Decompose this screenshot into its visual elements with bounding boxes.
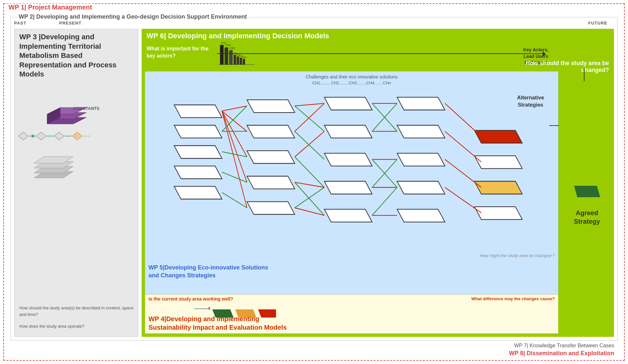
constants-label: CONSTANTS bbox=[73, 106, 99, 111]
wp6-question: What is important for the key actors? bbox=[147, 45, 212, 60]
alt-strategies-label: Alternative Strategies bbox=[504, 94, 557, 109]
wp5-how-might: How might the study area be changed ? bbox=[480, 253, 555, 258]
svg-rect-27 bbox=[240, 58, 242, 64]
svg-marker-34 bbox=[174, 146, 222, 158]
svg-marker-35 bbox=[174, 166, 222, 179]
svg-line-71 bbox=[445, 103, 481, 136]
svg-marker-42 bbox=[324, 97, 372, 110]
wp4-arrowhead bbox=[207, 306, 210, 310]
svg-marker-46 bbox=[324, 209, 372, 222]
wp6-panel: WP 6| Developing and Implementing Decisi… bbox=[142, 29, 614, 337]
svg-marker-48 bbox=[397, 125, 445, 138]
wp3-text2: How does the study area operate? bbox=[19, 323, 135, 330]
svg-marker-49 bbox=[397, 153, 445, 166]
svg-marker-44 bbox=[324, 153, 372, 166]
gray-sheets bbox=[31, 150, 70, 180]
purple-layers bbox=[41, 98, 73, 124]
svg-marker-39 bbox=[247, 151, 295, 164]
wp4-panel: Is the current study area working well? bbox=[145, 294, 558, 334]
svg-line-73 bbox=[445, 159, 481, 187]
svg-rect-22 bbox=[229, 50, 233, 64]
bar-chart: CH1 CH2 CH3 CH3 CH4 CH4 CHN bbox=[218, 43, 258, 70]
svg-marker-53 bbox=[475, 156, 522, 168]
wp3-title: WP 3 |Developing and Implementing Territ… bbox=[19, 32, 135, 79]
svg-rect-29 bbox=[243, 59, 245, 65]
svg-marker-9 bbox=[54, 132, 64, 140]
svg-marker-47 bbox=[397, 97, 445, 110]
wp4-what-diff: What difference may the changes cause? bbox=[471, 296, 555, 301]
future-label: FUTURE bbox=[588, 21, 607, 26]
wp1-label: WP 1| Project Management bbox=[7, 4, 93, 11]
wp4-arrow bbox=[194, 308, 207, 309]
svg-marker-32 bbox=[174, 105, 222, 118]
svg-marker-51 bbox=[397, 209, 445, 222]
wp5-panel: Challenges and their eco innovative solu… bbox=[145, 71, 558, 294]
wp2-container: WP 2| Developing and Implementing a Geo-… bbox=[10, 17, 618, 340]
svg-marker-37 bbox=[247, 100, 295, 113]
wp3-bottom-text: How should the study area(s) be describe… bbox=[19, 305, 135, 330]
svg-marker-40 bbox=[247, 176, 295, 189]
svg-marker-33 bbox=[174, 125, 222, 138]
svg-line-77 bbox=[222, 152, 247, 157]
svg-marker-55 bbox=[475, 207, 522, 219]
svg-line-59 bbox=[222, 111, 247, 182]
wp3-text1: How should the study area(s) be describe… bbox=[19, 305, 135, 319]
svg-line-89 bbox=[372, 187, 397, 216]
wp5-title: WP 5|Developing Eco-innovative Solutions… bbox=[148, 264, 268, 279]
svg-rect-18 bbox=[220, 45, 224, 65]
wp2-label: WP 2| Developing and Implementing a Geo-… bbox=[17, 13, 248, 20]
wp4-title: WP 4|Developing and Implementing Sustain… bbox=[148, 315, 287, 332]
svg-line-74 bbox=[445, 187, 481, 213]
svg-rect-25 bbox=[236, 57, 239, 65]
svg-line-65 bbox=[295, 208, 324, 215]
network-area bbox=[147, 90, 556, 268]
svg-line-58 bbox=[222, 111, 247, 157]
svg-marker-54 bbox=[475, 181, 522, 194]
svg-rect-20 bbox=[224, 47, 228, 65]
svg-text:CH3: CH3 bbox=[230, 46, 235, 50]
svg-marker-5 bbox=[18, 132, 28, 140]
arrow-right-from-bars bbox=[217, 53, 545, 54]
agreed-arrow bbox=[549, 125, 559, 126]
svg-line-72 bbox=[445, 131, 481, 162]
wp8-label: WP 8| Dissemination and Exploitation bbox=[509, 350, 614, 357]
diamonds-row bbox=[18, 130, 136, 142]
svg-marker-43 bbox=[324, 125, 372, 138]
svg-marker-45 bbox=[324, 181, 372, 194]
agreed-strategy-label: Agreed Strategy bbox=[574, 209, 600, 226]
wp5-challenge-label: Challenges and their eco innovative solu… bbox=[306, 74, 398, 79]
wp4-question: Is the current study area working well? bbox=[148, 296, 233, 302]
svg-line-78 bbox=[222, 172, 247, 182]
svg-marker-93 bbox=[574, 186, 600, 197]
wp7-label: WP 7| Knowledge Transfer Between Cases bbox=[514, 343, 614, 349]
svg-rect-23 bbox=[234, 55, 236, 65]
svg-line-60 bbox=[222, 111, 247, 208]
present-label: PRESENT bbox=[59, 21, 81, 26]
time-labels: PAST PRESENT bbox=[14, 21, 81, 26]
svg-line-83 bbox=[295, 182, 324, 215]
wp5-ch-labels: CH1......... CH2.........CH3.........CH4… bbox=[148, 81, 555, 85]
svg-marker-36 bbox=[174, 186, 222, 199]
past-label: PAST bbox=[14, 21, 26, 26]
svg-marker-50 bbox=[397, 181, 445, 194]
wp3-panel: WP 3 |Developing and Implementing Territ… bbox=[14, 29, 138, 337]
svg-marker-41 bbox=[247, 202, 295, 215]
svg-line-79 bbox=[222, 193, 247, 208]
svg-marker-11 bbox=[72, 132, 82, 140]
svg-line-61 bbox=[295, 103, 324, 106]
svg-marker-52 bbox=[475, 130, 522, 143]
outer-frame: WP 1| Project Management WP 2| Developin… bbox=[3, 3, 625, 361]
svg-marker-38 bbox=[247, 125, 295, 138]
svg-marker-7 bbox=[36, 132, 46, 140]
agreed-strategy-area: Agreed Strategy bbox=[560, 71, 614, 334]
svg-line-75 bbox=[222, 106, 247, 131]
wp6-title: WP 6| Developing and Implementing Decisi… bbox=[147, 31, 329, 41]
svg-text:CHN: CHN bbox=[242, 56, 247, 59]
svg-line-84 bbox=[295, 187, 324, 208]
